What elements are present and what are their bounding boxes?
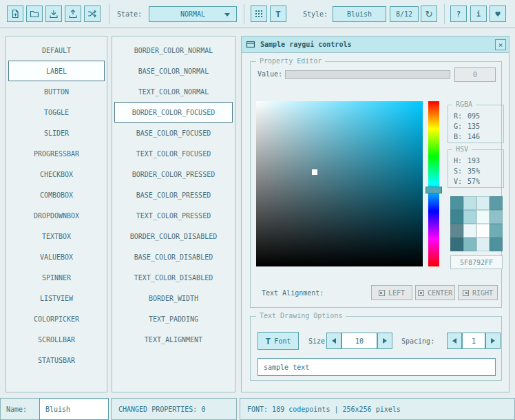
palette-cell[interactable] [476, 224, 490, 238]
property-list-item[interactable]: TEXT_ALIGNMENT [112, 329, 235, 350]
control-list-item-selected[interactable]: LABEL [8, 61, 105, 81]
palette-cell[interactable] [463, 238, 476, 251]
control-list-item[interactable]: CHECKBOX [6, 164, 107, 185]
control-list-item[interactable]: SCROLLBAR [6, 329, 107, 350]
rgba-panel: RGBA R:095 G:135 B:146 [448, 105, 504, 143]
palette-cell[interactable] [476, 210, 490, 224]
spacing-value-box[interactable]: 1 [462, 333, 485, 349]
property-list-item[interactable]: TEXT_COLOR_PRESSED [112, 205, 235, 226]
hue-slider-handle[interactable] [425, 187, 442, 193]
sample-text-input[interactable]: sample text [258, 358, 496, 376]
state-dropdown-value: NORMAL [180, 10, 205, 18]
font-button-label: Font [274, 337, 291, 345]
random-style-button[interactable] [84, 6, 101, 22]
control-list-item[interactable]: DROPDOWNBOX [6, 205, 107, 226]
palette-cell[interactable] [463, 196, 476, 210]
folder-icon [30, 9, 39, 19]
font-button[interactable]: T Font [258, 332, 299, 350]
control-list-item[interactable]: SLIDER [6, 123, 107, 143]
property-list-item[interactable]: BORDER_COLOR_DISABLED [112, 226, 235, 246]
control-list-item[interactable]: TEXTBOX [6, 226, 107, 246]
align-left-button[interactable]: LEFT [371, 285, 412, 300]
window-close-button[interactable]: × [495, 39, 506, 50]
property-list-item[interactable]: BASE_COLOR_FOCUSED [112, 123, 235, 143]
palette-cell[interactable] [450, 238, 463, 251]
palette-cell[interactable] [476, 196, 490, 210]
reload-style-button[interactable]: ↻ [421, 6, 437, 22]
palette-cell[interactable] [463, 210, 476, 224]
sample-controls-window: Sample raygui controls × Property Editor… [241, 36, 509, 392]
palette-cell[interactable] [490, 196, 503, 210]
color-picker-panel[interactable] [256, 101, 423, 266]
control-list-item[interactable]: LISTVIEW [6, 288, 107, 308]
color-palette-grid [450, 196, 503, 251]
property-list-item-selected[interactable]: BORDER_COLOR_FOCUSED [114, 102, 233, 123]
control-list-item[interactable]: COMBOBOX [6, 185, 107, 205]
control-list-item[interactable]: BUTTON [6, 81, 107, 102]
control-list-item[interactable]: DEFAULT [6, 40, 107, 61]
file-plus-icon [10, 9, 20, 19]
style-name-input[interactable]: Bluish [39, 398, 109, 420]
size-value-box[interactable]: 10 [341, 333, 377, 349]
spacing-increase-button[interactable] [485, 333, 501, 349]
grid-view-button[interactable] [251, 6, 267, 22]
align-center-label: CENTER [428, 289, 452, 297]
size-increase-button[interactable] [377, 333, 392, 349]
about-button[interactable]: i [470, 6, 487, 22]
palette-cell[interactable] [490, 210, 503, 224]
property-list-item[interactable]: BORDER_COLOR_NORMAL [112, 40, 235, 61]
text-drawing-options-label: Text Drawing Options [256, 312, 346, 319]
style-name-button[interactable]: Bluish [333, 6, 386, 22]
toolbar-separator [444, 4, 445, 24]
palette-cell[interactable] [450, 196, 463, 210]
property-list-item[interactable]: BORDER_WIDTH [112, 288, 235, 308]
state-label: State: [114, 0, 145, 28]
sponsor-button[interactable]: ♥ [490, 6, 506, 22]
save-arrow-down-icon [49, 9, 59, 19]
save-file-button[interactable] [45, 6, 62, 22]
reload-icon: ↻ [425, 9, 433, 19]
control-list-item[interactable]: TOGGLE [6, 102, 107, 123]
palette-cell[interactable] [490, 238, 503, 251]
hue-bar[interactable] [428, 101, 439, 266]
state-dropdown[interactable]: NORMAL [149, 6, 237, 22]
value-slider[interactable] [285, 70, 450, 79]
style-counter-button[interactable]: 8/12 [390, 6, 419, 22]
hex-value-box[interactable]: 5F8792FF [450, 255, 503, 269]
grid-icon [255, 10, 263, 18]
size-decrease-button[interactable] [326, 333, 341, 349]
palette-cell[interactable] [490, 224, 503, 238]
property-list-item[interactable]: BASE_COLOR_DISABLED [112, 246, 235, 267]
font-view-button[interactable]: T [270, 6, 286, 22]
shuffle-icon [87, 9, 97, 19]
property-editor-group: Property Editor Value: 0 RGBA R:095 G:13… [250, 61, 502, 308]
spacing-decrease-button[interactable] [447, 333, 462, 349]
control-list-item[interactable]: STATUSBAR [6, 350, 107, 370]
control-list-item[interactable]: VALUEBOX [6, 246, 107, 267]
toolbar-separator [109, 4, 109, 24]
property-list-item[interactable]: BORDER_COLOR_PRESSED [112, 164, 235, 185]
window-titlebar: Sample raygui controls × [242, 36, 509, 53]
help-button[interactable]: ? [450, 6, 467, 22]
value-box[interactable]: 0 [454, 67, 496, 82]
palette-cell[interactable] [450, 210, 463, 224]
window-title: Sample raygui controls [260, 41, 351, 48]
property-list-item[interactable]: TEXT_PADDING [112, 308, 235, 329]
export-file-button[interactable] [65, 6, 81, 22]
align-right-button[interactable]: RIGHT [458, 285, 498, 300]
palette-cell[interactable] [476, 238, 490, 251]
new-file-button[interactable] [7, 6, 23, 22]
control-list-item[interactable]: SPINNER [6, 267, 107, 288]
control-list-item[interactable]: PROGRESSBAR [6, 143, 107, 164]
property-list-item[interactable]: BASE_COLOR_NORMAL [112, 61, 235, 81]
property-list-item[interactable]: TEXT_COLOR_DISABLED [112, 267, 235, 288]
property-list-item[interactable]: BASE_COLOR_PRESSED [112, 185, 235, 205]
control-list-item[interactable]: COLORPICKER [6, 308, 107, 329]
palette-cell[interactable] [463, 224, 476, 238]
load-file-button[interactable] [26, 6, 43, 22]
align-center-button[interactable]: CENTER [415, 285, 455, 300]
property-list-item[interactable]: TEXT_COLOR_FOCUSED [112, 143, 235, 164]
palette-cell[interactable] [450, 224, 463, 238]
property-list-item[interactable]: TEXT_COLOR_NORMAL [112, 81, 235, 102]
chevron-left-icon [452, 338, 456, 344]
